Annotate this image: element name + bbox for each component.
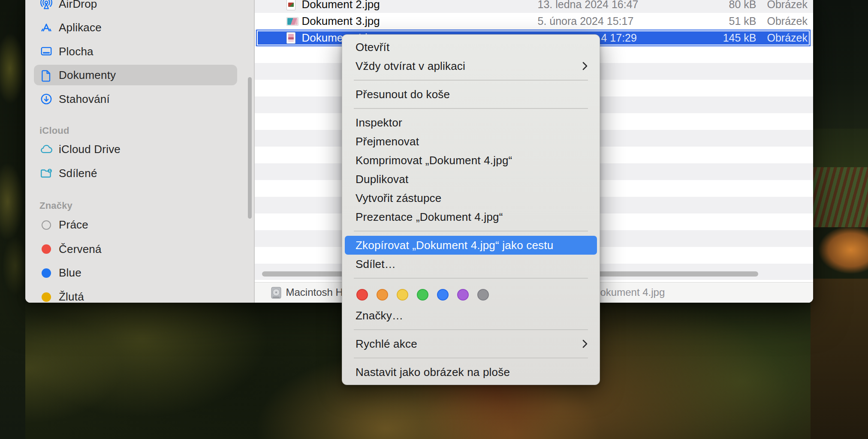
context-menu: Otevřít Vždy otvírat v aplikaci Přesunou… <box>342 34 600 385</box>
wallpaper-left-strip <box>0 0 25 439</box>
sidebar: AirDrop Aplikace Plocha <box>25 0 254 303</box>
sidebar-item-dokumenty[interactable]: Dokumenty <box>34 66 237 85</box>
sidebar-scrollbar[interactable] <box>248 77 252 219</box>
sidebar-item-label: Plocha <box>59 45 93 58</box>
sidebar-item-tag-blue[interactable]: Blue <box>34 263 237 283</box>
file-kind: Obrázek <box>767 13 808 30</box>
file-row[interactable]: Dokument 2.jpg 13. ledna 2024 16:47 80 k… <box>255 0 814 13</box>
file-kind: Obrázek <box>767 0 808 13</box>
menu-item-nastavit-jako-obrazek[interactable]: Nastavit jako obrázek na ploše <box>342 363 600 382</box>
sidebar-item-label: Práce <box>59 218 88 232</box>
menu-item-sdilet[interactable]: Sdílet… <box>342 255 600 274</box>
purple-tag-dot[interactable] <box>457 289 469 301</box>
red-tag-icon <box>39 242 54 256</box>
menu-separator <box>354 329 588 330</box>
menu-item-zkopirovat-jako-cestu[interactable]: Zkopírovat „Dokument 4.jpg“ jako cestu <box>345 236 597 255</box>
sidebar-section-icloud: iCloud <box>39 125 69 136</box>
menu-separator <box>354 80 588 81</box>
desktop-icon <box>39 44 54 59</box>
menu-item-prezentace[interactable]: Prezentace „Dokument 4.jpg“ <box>342 207 600 226</box>
menu-item-vzdy-otvirat[interactable]: Vždy otvírat v aplikaci <box>342 57 600 75</box>
tag-circle-outline-icon <box>39 218 54 232</box>
shared-folder-icon <box>39 166 54 181</box>
yellow-tag-icon <box>39 290 54 303</box>
download-icon <box>39 92 54 106</box>
menu-item-rychle-akce[interactable]: Rychlé akce <box>342 334 600 353</box>
sidebar-item-tag-zluta[interactable]: Žlutá <box>34 287 237 303</box>
menu-separator <box>354 358 588 358</box>
file-date: 4 17:29 <box>601 30 637 46</box>
sidebar-item-label: Dokumenty <box>59 69 116 82</box>
menu-item-prejmenovat[interactable]: Přejmenovat <box>342 132 600 151</box>
sidebar-item-label: Aplikace <box>59 21 102 34</box>
sidebar-item-tag-prace[interactable]: Práce <box>34 215 237 235</box>
orange-tag-dot[interactable] <box>377 289 388 301</box>
menu-item-inspektor[interactable]: Inspektor <box>342 113 600 132</box>
appstore-icon <box>39 21 54 35</box>
menu-item-presunout-do-kose[interactable]: Přesunout do koše <box>342 85 600 104</box>
gray-tag-dot[interactable] <box>477 289 489 301</box>
sidebar-item-sdilene[interactable]: Sdílené <box>34 164 237 183</box>
green-tag-dot[interactable] <box>417 289 428 301</box>
sidebar-item-label: AirDrop <box>59 0 97 11</box>
sidebar-item-label: iCloud Drive <box>59 143 121 156</box>
file-thumbnail <box>286 0 295 13</box>
blue-tag-icon <box>39 266 54 280</box>
menu-item-znacky[interactable]: Značky… <box>342 306 600 325</box>
file-size: 145 kB <box>701 30 756 46</box>
sidebar-item-label: Sdílené <box>59 167 97 180</box>
sidebar-item-plocha[interactable]: Plocha <box>34 42 237 61</box>
desktop: { "colors": { "accent_blue": "#2a63e4", … <box>0 0 868 439</box>
file-name: Dokument 3.jpg <box>302 13 380 30</box>
hard-drive-icon <box>270 286 282 301</box>
sidebar-item-tag-cervena[interactable]: Červená <box>34 240 237 259</box>
file-date: 13. ledna 2024 16:47 <box>538 0 639 13</box>
sidebar-item-label: Blue <box>59 266 81 280</box>
cloud-icon <box>39 142 54 157</box>
menu-item-komprimovat[interactable]: Komprimovat „Dokument 4.jpg“ <box>342 151 600 170</box>
yellow-tag-dot[interactable] <box>397 289 408 301</box>
breadcrumb-macintosh-hd[interactable]: Macintosh H <box>286 283 343 302</box>
file-date: 5. února 2024 15:17 <box>538 13 634 30</box>
menu-separator <box>354 231 588 232</box>
sidebar-item-airdrop[interactable]: AirDrop <box>34 0 237 14</box>
menu-item-duplikovat[interactable]: Duplikovat <box>342 170 600 189</box>
sidebar-item-label: Stahování <box>59 93 110 106</box>
wallpaper-right-strip <box>811 0 868 439</box>
file-thumbnail <box>286 30 295 46</box>
blue-tag-dot[interactable] <box>437 289 449 301</box>
menu-item-vytvorit-zastupce[interactable]: Vytvořit zástupce <box>342 189 600 207</box>
submenu-chevron-icon <box>582 61 588 71</box>
sidebar-item-label: Červená <box>59 243 102 256</box>
airdrop-icon <box>39 0 54 11</box>
sidebar-item-stahovani[interactable]: Stahování <box>34 90 237 109</box>
menu-separator <box>354 278 588 279</box>
breadcrumb-dokument-4[interactable]: okument 4.jpg <box>600 283 665 302</box>
file-name: Dokument 2.jpg <box>302 0 380 13</box>
file-size: 51 kB <box>701 13 756 30</box>
menu-item-otevrit[interactable]: Otevřít <box>342 38 600 57</box>
red-tag-dot[interactable] <box>356 289 368 301</box>
file-size: 80 kB <box>701 0 756 13</box>
file-row[interactable]: Dokument 3.jpg 5. února 2024 15:17 51 kB… <box>255 13 814 30</box>
menu-tag-dots <box>342 283 600 306</box>
file-thumbnail <box>286 13 298 30</box>
sidebar-item-label: Žlutá <box>59 290 84 303</box>
submenu-chevron-icon <box>582 339 588 349</box>
file-kind: Obrázek <box>767 30 808 46</box>
sidebar-item-icloud-drive[interactable]: iCloud Drive <box>34 140 237 159</box>
document-icon <box>39 68 54 83</box>
menu-separator <box>354 108 588 109</box>
sidebar-item-aplikace[interactable]: Aplikace <box>34 18 237 37</box>
sidebar-section-znacky: Značky <box>39 200 72 211</box>
